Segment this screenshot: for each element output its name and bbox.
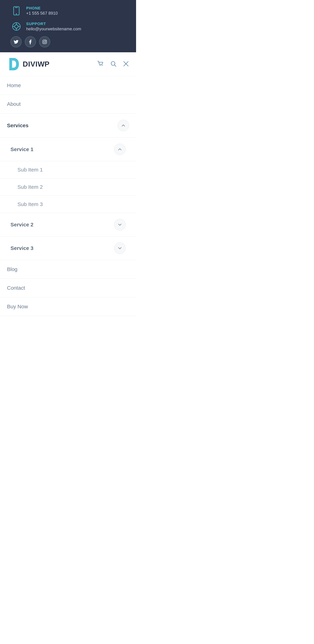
header-bar: DIVIWP: [0, 52, 136, 76]
svg-point-14: [102, 65, 103, 66]
svg-point-5: [15, 25, 18, 28]
nav-label-blog: Blog: [7, 266, 18, 272]
services-chevron-up[interactable]: [118, 120, 129, 131]
nav-label-home: Home: [7, 82, 21, 88]
nav-item-service2[interactable]: Service 2: [0, 213, 136, 236]
nav-label-service2: Service 2: [11, 222, 34, 228]
nav-item-blog[interactable]: Blog: [0, 260, 136, 279]
service1-chevron-up[interactable]: [114, 144, 126, 155]
svg-rect-10: [43, 40, 47, 44]
service3-chevron-down[interactable]: [114, 242, 126, 254]
support-text: SUPPORT hello@yourwebsitename.com: [26, 22, 81, 31]
support-label: SUPPORT: [26, 22, 81, 26]
nav-label-subitem3: Sub Item 3: [18, 201, 43, 207]
phone-value: +1 555 567 8910: [26, 11, 58, 16]
nav-item-service1[interactable]: Service 1: [0, 138, 136, 161]
svg-point-13: [100, 65, 101, 66]
logo-d-icon: [7, 57, 21, 71]
social-icons: [11, 36, 126, 48]
support-value: hello@yourwebsitename.com: [26, 26, 81, 31]
nav-item-buynow[interactable]: Buy Now: [0, 297, 136, 316]
support-icon: [11, 20, 22, 32]
nav-item-contact[interactable]: Contact: [0, 279, 136, 297]
svg-point-12: [46, 40, 46, 41]
phone-label: PHONE: [26, 6, 58, 10]
svg-point-2: [16, 14, 17, 14]
close-icon[interactable]: [123, 61, 129, 68]
nav-item-subitem1[interactable]: Sub Item 1: [0, 161, 136, 178]
search-icon[interactable]: [110, 61, 117, 68]
nav-item-home[interactable]: Home: [0, 76, 136, 95]
logo[interactable]: DIVIWP: [7, 57, 97, 71]
top-bar: PHONE +1 555 567 8910 SUPPORT hello@your…: [0, 0, 136, 52]
svg-rect-3: [14, 8, 19, 13]
nav-label-services: Services: [7, 122, 29, 128]
nav-label-subitem2: Sub Item 2: [18, 184, 43, 190]
nav-item-services[interactable]: Services: [0, 114, 136, 138]
logo-wordmark: DIVIWP: [23, 60, 49, 68]
svg-line-16: [114, 65, 116, 66]
logo-wp: WP: [38, 60, 50, 68]
phone-text: PHONE +1 555 567 8910: [26, 6, 58, 16]
support-contact: SUPPORT hello@yourwebsitename.com: [11, 20, 126, 32]
phone-contact: PHONE +1 555 567 8910: [11, 5, 126, 17]
cart-icon[interactable]: [97, 60, 104, 68]
nav-item-about[interactable]: About: [0, 95, 136, 114]
nav-item-subitem2[interactable]: Sub Item 2: [0, 178, 136, 196]
nav-label-about: About: [7, 101, 21, 107]
header-actions: [97, 60, 129, 68]
svg-point-11: [44, 41, 46, 43]
twitter-icon[interactable]: [11, 36, 22, 48]
service2-chevron-down[interactable]: [114, 219, 126, 230]
nav-label-service1: Service 1: [11, 146, 34, 152]
nav-label-service3: Service 3: [11, 245, 34, 251]
facebook-icon[interactable]: [25, 36, 36, 48]
logo-divi: DIVI: [23, 60, 38, 68]
nav-label-contact: Contact: [7, 285, 25, 291]
nav-label-subitem1: Sub Item 1: [18, 167, 43, 173]
nav-menu: Home About Services Service 1 Sub Item 1…: [0, 76, 136, 316]
nav-label-buynow: Buy Now: [7, 304, 28, 310]
instagram-icon[interactable]: [39, 36, 50, 48]
nav-item-subitem3[interactable]: Sub Item 3: [0, 196, 136, 213]
phone-icon: [11, 5, 22, 17]
nav-item-service3[interactable]: Service 3: [0, 236, 136, 260]
svg-rect-1: [15, 7, 18, 8]
